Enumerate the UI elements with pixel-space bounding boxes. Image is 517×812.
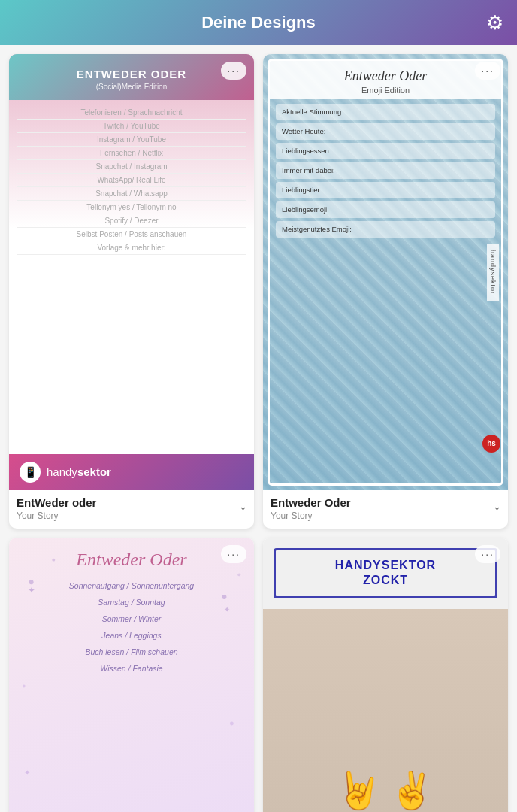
card3-items: Sonnenaufgang / Sonnenuntergang Samstag … [17,577,246,677]
list-item: Instagram / YouTube [17,133,246,147]
card2-design-subtitle: Emoji Edition [279,86,492,95]
card2-subtitle: Your Story [271,511,351,521]
svg-text:✦: ✦ [24,768,30,777]
card2-header: Entweder Oder Emoji Edition [270,61,501,99]
handysektor-icon: 📱 [20,462,41,483]
card1-menu-dots[interactable]: ··· [221,62,246,80]
card2-footer: Entweder Oder Your Story ↓ [263,490,508,529]
list-item: Jeans / Leggings [17,627,246,644]
card2-footer-text: Entweder Oder Your Story [271,496,351,521]
list-item: Selbst Posten / Posts anschauen [17,228,246,241]
card-pink-entweder: ✦ ✦ ✦ ✦ Entweder Oder Sonnenaufgang / So… [9,538,254,812]
card2-rows: Aktuelle Stimmung: Wetter Heute: Lieblin… [270,99,501,483]
list-item: Vorlage & mehr hier: [17,241,246,255]
card3-image: ✦ ✦ ✦ ✦ Entweder Oder Sonnenaufgang / So… [9,538,254,812]
card3-design-title: Entweder Oder [76,550,186,570]
list-item: WhatsApp/ Real Life [17,174,246,187]
card3-menu-dots[interactable]: ··· [221,545,246,563]
header: Deine Designs ⚙ [0,0,517,45]
list-item: Twitch / YouTube [17,120,246,133]
right-hand-icon: ✌️ [389,770,434,812]
gear-icon[interactable]: ⚙ [486,11,503,35]
card1-banner-text: handysektor [47,465,111,478]
list-item: Tellonym yes / Tellonym no [17,201,246,214]
card1-banner: 📱 handysektor [9,454,254,490]
list-item: Buch lesen / Film schauen [17,644,246,660]
card4-menu-dots[interactable]: ··· [475,545,500,563]
left-hand-icon: 🤘 [337,770,382,812]
card2-image: Entweder Oder Emoji Edition Aktuelle Sti… [263,54,508,490]
list-item: Samstag / Sonntag [17,594,246,611]
card2-side-text: handysektor [487,244,499,301]
list-item: Sonnenaufgang / Sonnenuntergang [17,577,246,594]
card1-title: EntWeder oder [17,496,96,509]
design-grid: ENTWEDER ODER (Social)Media Edition Tele… [0,45,517,812]
card1-subtitle: Your Story [17,511,96,521]
list-item: Immer mit dabei: [276,162,495,179]
card1-items: Telefonieren / Sprachnachricht Twitch / … [9,100,254,490]
card1-top: ENTWEDER ODER (Social)Media Edition [9,54,254,100]
list-item: Meistgenutztes Emoji: [276,221,495,238]
card4-top: HANDYSEKTOR ZOCKT [263,538,508,610]
list-item: Telefonieren / Sprachnachricht [17,106,246,120]
hands-visual: 🤘 ✌️ [337,770,434,812]
svg-point-1 [52,558,55,561]
card1-image: ENTWEDER ODER (Social)Media Edition Tele… [9,54,254,490]
card1-download-button[interactable]: ↓ [240,498,246,514]
card4-box-line2: ZOCKT [280,573,491,589]
hs-badge: hs [482,435,500,453]
card4-hands-area: 🤘 ✌️ Heute 17:00 live auf Insta & Twitch [263,609,508,812]
list-item: Snapchat / Whatsapp [17,187,246,201]
list-item: Lieblingsessen: [276,143,495,159]
card2-menu-dots[interactable]: ··· [475,62,500,80]
card4-box-line1: HANDYSEKTOR [280,558,491,574]
card2-border: Entweder Oder Emoji Edition Aktuelle Sti… [268,59,503,486]
card-handysektor-zockt: HANDYSEKTOR ZOCKT 🤘 ✌️ Heute 17:00 live … [263,538,508,812]
card1-top-subtitle: (Social)Media Edition [17,83,246,91]
page-title: Deine Designs [201,13,316,32]
svg-point-5 [230,721,234,725]
card2-download-button[interactable]: ↓ [494,498,500,514]
svg-point-4 [23,684,26,687]
list-item: Spotify / Deezer [17,214,246,228]
svg-point-3 [237,573,240,576]
list-item: Lieblingstier: [276,182,495,198]
list-item: Lieblingsemoji: [276,201,495,218]
card-entweder-social: ENTWEDER ODER (Social)Media Edition Tele… [9,54,254,529]
card2-title: Entweder Oder [271,496,351,509]
card1-footer-text: EntWeder oder Your Story [17,496,96,521]
list-item: Snapchat / Instagram [17,160,246,174]
list-item: Wetter Heute: [276,123,495,140]
list-item: Sommer / Winter [17,611,246,627]
card2-design-title: Entweder Oder [279,68,492,84]
list-item: Aktuelle Stimmung: [276,104,495,120]
list-item: Wissen / Fantasie [17,660,246,677]
list-item: Fernsehen / Netflix [17,147,246,160]
card4-title-box: HANDYSEKTOR ZOCKT [274,548,497,599]
card1-footer: EntWeder oder Your Story ↓ [9,490,254,529]
card-emoji-edition: Entweder Oder Emoji Edition Aktuelle Sti… [263,54,508,529]
card4-image: HANDYSEKTOR ZOCKT 🤘 ✌️ Heute 17:00 live … [263,538,508,812]
card1-top-title: ENTWEDER ODER [17,68,246,80]
